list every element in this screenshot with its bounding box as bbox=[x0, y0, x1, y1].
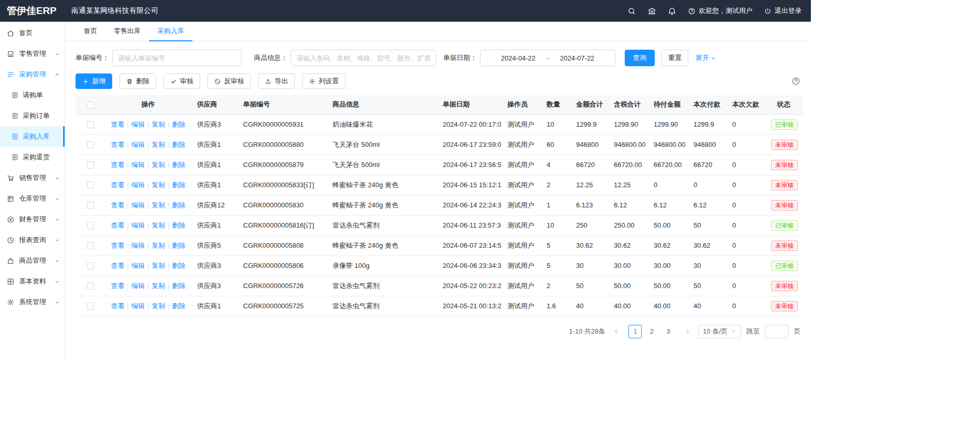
expand-link[interactable]: 展开 bbox=[696, 53, 716, 63]
sidebar-item-retail[interactable]: 零售管理 bbox=[0, 43, 65, 64]
row-action-delete[interactable]: 删除 bbox=[172, 201, 186, 209]
row-action-edit[interactable]: 编辑 bbox=[131, 121, 145, 128]
row-checkbox[interactable] bbox=[87, 161, 94, 169]
row-checkbox[interactable] bbox=[87, 303, 94, 310]
row-action-view[interactable]: 查看 bbox=[111, 161, 124, 169]
sidebar-item-purchase-return[interactable]: 采购退货 bbox=[0, 147, 65, 168]
row-action-copy[interactable]: 复制 bbox=[152, 161, 165, 169]
row-checkbox[interactable] bbox=[87, 262, 94, 269]
row-checkbox[interactable] bbox=[87, 182, 94, 189]
prev-page-button[interactable] bbox=[610, 325, 622, 338]
row-action-delete[interactable]: 删除 bbox=[172, 161, 186, 169]
jump-page-input[interactable] bbox=[765, 325, 789, 338]
row-action-copy[interactable]: 复制 bbox=[152, 221, 165, 229]
help-icon[interactable] bbox=[791, 77, 801, 86]
cell-actions: 查看|编辑|复制|删除 bbox=[105, 195, 191, 215]
sidebar-item-warehouse[interactable]: 仓库管理 bbox=[0, 188, 65, 209]
row-action-delete[interactable]: 删除 bbox=[172, 242, 186, 249]
row-action-view[interactable]: 查看 bbox=[111, 121, 124, 128]
row-action-edit[interactable]: 编辑 bbox=[131, 282, 145, 290]
status-badge: 未审核 bbox=[771, 140, 798, 150]
row-action-delete[interactable]: 删除 bbox=[172, 121, 186, 128]
page-size-select[interactable]: 10 条/页 bbox=[698, 325, 741, 338]
row-action-copy[interactable]: 复制 bbox=[152, 201, 165, 209]
row-action-view[interactable]: 查看 bbox=[111, 181, 124, 189]
sidebar-item-goods[interactable]: 商品管理 bbox=[0, 250, 65, 271]
logout-button[interactable]: 退出登录 bbox=[764, 6, 802, 16]
row-action-copy[interactable]: 复制 bbox=[152, 282, 165, 290]
unaudit-button[interactable]: 反审核 bbox=[207, 73, 251, 89]
delete-button[interactable]: 删除 bbox=[119, 73, 156, 89]
audit-button[interactable]: 审核 bbox=[163, 73, 200, 89]
row-action-view[interactable]: 查看 bbox=[111, 242, 124, 249]
tab-purchase-inbound[interactable]: 采购入库 bbox=[149, 22, 192, 41]
sidebar-item-basedata[interactable]: 基本资料 bbox=[0, 271, 65, 292]
row-action-view[interactable]: 查看 bbox=[111, 282, 124, 290]
sidebar-item-finance[interactable]: 财务管理 bbox=[0, 209, 65, 230]
row-action-edit[interactable]: 编辑 bbox=[131, 181, 145, 189]
bill-number-input[interactable] bbox=[112, 50, 242, 66]
row-checkbox[interactable] bbox=[87, 202, 94, 209]
row-action-delete[interactable]: 删除 bbox=[172, 221, 186, 229]
reset-button[interactable]: 重置 bbox=[661, 50, 688, 66]
sidebar-item-purchase-order[interactable]: 采购订单 bbox=[0, 106, 65, 126]
row-action-edit[interactable]: 编辑 bbox=[131, 161, 145, 169]
search-button[interactable]: 查询 bbox=[625, 50, 655, 66]
row-action-view[interactable]: 查看 bbox=[111, 201, 124, 209]
row-action-edit[interactable]: 编辑 bbox=[131, 262, 145, 269]
sidebar-item-system[interactable]: 系统管理 bbox=[0, 292, 65, 312]
row-action-edit[interactable]: 编辑 bbox=[131, 141, 145, 148]
row-action-copy[interactable]: 复制 bbox=[152, 262, 165, 269]
sidebar-item-report[interactable]: 报表查询 bbox=[0, 230, 65, 250]
row-action-view[interactable]: 查看 bbox=[111, 262, 124, 269]
sidebar-item-home[interactable]: 首页 bbox=[0, 23, 65, 43]
row-action-copy[interactable]: 复制 bbox=[152, 181, 165, 189]
row-checkbox[interactable] bbox=[87, 121, 94, 128]
row-checkbox[interactable] bbox=[87, 141, 94, 148]
sidebar-item-purchase-requisition[interactable]: 请购单 bbox=[0, 85, 65, 106]
bell-icon[interactable] bbox=[668, 7, 676, 16]
select-all-cell bbox=[76, 95, 105, 114]
row-action-delete[interactable]: 删除 bbox=[172, 282, 186, 290]
row-action-view[interactable]: 查看 bbox=[111, 302, 124, 310]
sidebar-item-purchase-inbound[interactable]: 采购入库 bbox=[0, 126, 65, 147]
row-action-delete[interactable]: 删除 bbox=[172, 302, 186, 310]
select-all-checkbox[interactable] bbox=[87, 101, 94, 109]
row-action-delete[interactable]: 删除 bbox=[172, 262, 186, 269]
row-action-view[interactable]: 查看 bbox=[111, 221, 124, 229]
row-action-copy[interactable]: 复制 bbox=[152, 141, 165, 148]
cell-number: CGRK00000005816[订] bbox=[237, 215, 326, 235]
search-icon[interactable] bbox=[627, 7, 636, 16]
column-settings-button[interactable]: 列设置 bbox=[302, 73, 345, 89]
row-action-edit[interactable]: 编辑 bbox=[131, 302, 145, 310]
date-range-picker[interactable]: 2024-04-22 ~ 2024-07-22 bbox=[480, 50, 615, 66]
row-checkbox[interactable] bbox=[87, 222, 94, 229]
welcome-user[interactable]: 欢迎您，测试用户 bbox=[688, 6, 752, 16]
row-action-copy[interactable]: 复制 bbox=[152, 302, 165, 310]
page-button-2[interactable]: 2 bbox=[645, 325, 658, 338]
welcome-text: 欢迎您，测试用户 bbox=[699, 6, 752, 16]
row-action-view[interactable]: 查看 bbox=[111, 141, 124, 148]
row-action-edit[interactable]: 编辑 bbox=[131, 201, 145, 209]
tab-home[interactable]: 首页 bbox=[76, 22, 105, 41]
next-page-button[interactable] bbox=[682, 325, 693, 338]
bank-icon[interactable] bbox=[647, 7, 656, 16]
cell-number: CGRK00000005808 bbox=[237, 235, 326, 255]
page-button-3[interactable]: 3 bbox=[661, 325, 675, 338]
row-action-delete[interactable]: 删除 bbox=[172, 141, 186, 148]
add-button[interactable]: 新增 bbox=[76, 73, 112, 89]
sidebar-item-sales[interactable]: 销售管理 bbox=[0, 168, 65, 188]
page-button-1[interactable]: 1 bbox=[628, 325, 642, 338]
tab-retail-outbound[interactable]: 零售出库 bbox=[105, 22, 149, 41]
doc-icon bbox=[11, 154, 19, 161]
row-checkbox[interactable] bbox=[87, 242, 94, 249]
row-action-edit[interactable]: 编辑 bbox=[131, 242, 145, 249]
row-action-edit[interactable]: 编辑 bbox=[131, 221, 145, 229]
export-button[interactable]: 导出 bbox=[258, 73, 295, 89]
sidebar-item-purchase[interactable]: 采购管理 bbox=[0, 64, 65, 85]
goods-info-input[interactable] bbox=[291, 50, 436, 66]
row-checkbox[interactable] bbox=[87, 282, 94, 290]
row-action-delete[interactable]: 删除 bbox=[172, 181, 186, 189]
row-action-copy[interactable]: 复制 bbox=[152, 242, 165, 249]
row-action-copy[interactable]: 复制 bbox=[152, 121, 165, 128]
